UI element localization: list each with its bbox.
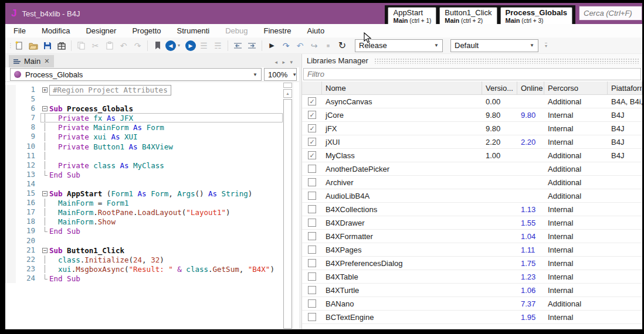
close-icon[interactable]: ✕ bbox=[44, 57, 49, 65]
collapse-icon[interactable]: − bbox=[42, 248, 48, 253]
checkbox-unchecked-icon[interactable] bbox=[308, 313, 316, 321]
library-row-AnotherDatePicker[interactable]: AnotherDatePickerAdditional bbox=[302, 162, 642, 176]
navigate-back-icon[interactable]: ◀ bbox=[165, 40, 176, 51]
breakpoint-margin[interactable] bbox=[5, 246, 16, 255]
breakpoint-margin[interactable] bbox=[5, 189, 16, 198]
breakpoint-margin[interactable] bbox=[5, 151, 16, 161]
code-line-6[interactable]: 6−Sub Process_Globals bbox=[5, 104, 283, 113]
tab-scroll-arrows[interactable]: ◂ ▸ ▾ bbox=[274, 59, 299, 67]
code-line-15[interactable]: 15−Sub AppStart (Form1 As Form, Args() A… bbox=[5, 189, 283, 198]
menu-debug[interactable]: Debug bbox=[225, 26, 248, 35]
build-profile-select[interactable]: Default ▼ bbox=[450, 39, 538, 52]
library-row-B4XTable[interactable]: B4XTable1.23Internal bbox=[302, 270, 642, 284]
code-line-18[interactable]: 18 MainForm.Show bbox=[5, 217, 283, 226]
breakpoint-margin[interactable] bbox=[5, 170, 16, 179]
code-line-12[interactable]: 12 Private class As MyClass bbox=[5, 161, 283, 170]
cut-icon[interactable]: ✂ bbox=[89, 39, 101, 52]
libraries-table-header[interactable]: NomeVersio...OnlinePercorsoPiattaforme bbox=[302, 81, 642, 95]
checkbox-unchecked-icon[interactable] bbox=[308, 299, 316, 308]
breakpoint-margin[interactable] bbox=[5, 179, 16, 189]
modules-icon[interactable] bbox=[55, 39, 67, 52]
breakpoint-margin[interactable] bbox=[5, 236, 16, 246]
code-line-7[interactable]: 7 Private fx As JFX bbox=[5, 113, 283, 122]
library-online-version[interactable]: 7.37 bbox=[517, 299, 544, 308]
tab-main[interactable]: Main ✕ bbox=[9, 55, 54, 67]
library-row-B4XDrawer[interactable]: B4XDrawer1.55Internal bbox=[302, 216, 642, 230]
breakpoint-margin[interactable] bbox=[5, 132, 16, 141]
save-icon[interactable] bbox=[41, 39, 53, 52]
library-row-B4XPages[interactable]: B4XPages1.11Internal bbox=[302, 243, 642, 257]
breakpoint-margin[interactable] bbox=[5, 142, 16, 151]
column-header-Percorso[interactable]: Percorso bbox=[544, 81, 608, 94]
menu-modifica[interactable]: Modifica bbox=[42, 26, 70, 35]
code-line-5[interactable]: 5 bbox=[5, 94, 283, 104]
code-line-22[interactable]: 22 class.Initialize(24, 32) bbox=[5, 255, 283, 264]
code-line-16[interactable]: 16 MainForm = Form1 bbox=[5, 198, 283, 207]
undo-icon[interactable]: ↶ bbox=[117, 39, 130, 52]
code-line-11[interactable]: 11 bbox=[5, 151, 283, 161]
checkbox-unchecked-icon[interactable] bbox=[308, 232, 316, 240]
library-row-B4XFormatter[interactable]: B4XFormatter1.04Internal bbox=[302, 230, 642, 243]
sub-selector[interactable]: Process_Globals ▼ bbox=[10, 68, 262, 81]
code-line-23[interactable]: 23 xui.MsgboxAsync("Result: " & class.Ge… bbox=[5, 264, 283, 274]
library-filter-input[interactable] bbox=[303, 68, 641, 80]
library-online-version[interactable]: 1.11 bbox=[517, 246, 544, 254]
collapse-icon[interactable]: − bbox=[42, 191, 48, 196]
checkbox-unchecked-icon[interactable] bbox=[308, 259, 316, 267]
column-header-Piattaforme[interactable]: Piattaforme bbox=[608, 81, 642, 94]
library-row-BANano[interactable]: BANano7.37Additional bbox=[302, 297, 642, 311]
scrollbar-split-grip[interactable] bbox=[283, 83, 292, 88]
library-row-jFX[interactable]: ✓jFX9.80InternalB4J bbox=[302, 122, 642, 135]
checkbox-unchecked-icon[interactable] bbox=[308, 246, 316, 254]
menu-designer[interactable]: Designer bbox=[86, 26, 116, 35]
code-line-20[interactable]: 20 bbox=[5, 236, 283, 246]
code-line-13[interactable]: 13End Sub bbox=[5, 170, 283, 179]
library-online-version[interactable]: 1.75 bbox=[517, 259, 544, 268]
rebuild-icon[interactable]: ↻ bbox=[336, 39, 348, 52]
stop-icon[interactable]: ■ bbox=[322, 39, 334, 52]
menu-file[interactable]: File bbox=[13, 26, 26, 35]
code-line-9[interactable]: 9 Private xui As XUI bbox=[5, 132, 283, 141]
navigate-forward-icon[interactable]: ▶ bbox=[185, 40, 196, 51]
library-row-jCore[interactable]: ✓jCore9.809.80InternalB4J bbox=[302, 108, 642, 122]
code-line-24[interactable]: 24End Sub bbox=[5, 274, 283, 283]
column-header-Versio...[interactable]: Versio... bbox=[482, 81, 517, 94]
step-into-icon[interactable]: ↶ bbox=[294, 39, 306, 52]
new-project-icon[interactable] bbox=[13, 39, 25, 52]
indent-icon[interactable] bbox=[246, 39, 258, 52]
checkbox-unchecked-icon[interactable] bbox=[308, 178, 316, 186]
step-out-icon[interactable]: ↪ bbox=[308, 39, 320, 52]
breakpoint-margin[interactable] bbox=[5, 113, 16, 122]
open-project-icon[interactable] bbox=[27, 39, 39, 52]
breakpoint-margin[interactable] bbox=[5, 264, 16, 274]
scrollbar-up-arrow[interactable]: ▲ bbox=[283, 89, 292, 98]
library-online-version[interactable]: 1.55 bbox=[517, 219, 544, 227]
comment-icon[interactable]: ☰ bbox=[198, 39, 210, 52]
fold-margin[interactable]: + bbox=[41, 86, 49, 94]
breakpoint-margin[interactable] bbox=[5, 226, 16, 236]
checkbox-unchecked-icon[interactable] bbox=[308, 219, 316, 227]
code-line-14[interactable]: 14 bbox=[5, 179, 283, 189]
uncomment-icon[interactable]: ☴ bbox=[212, 39, 224, 52]
fold-margin[interactable]: − bbox=[41, 189, 49, 197]
editor-vertical-scrollbar[interactable]: ▲ bbox=[283, 82, 293, 329]
breakpoint-margin[interactable] bbox=[5, 198, 16, 207]
breakpoint-margin[interactable] bbox=[5, 94, 16, 104]
fold-margin[interactable]: − bbox=[41, 246, 49, 254]
checkbox-checked-icon[interactable]: ✓ bbox=[308, 111, 316, 119]
library-online-version[interactable]: 1.95 bbox=[517, 313, 544, 322]
checkbox-unchecked-icon[interactable] bbox=[308, 205, 316, 213]
menu-aiuto[interactable]: Aiuto bbox=[307, 26, 324, 35]
redo-icon[interactable]: ↷ bbox=[131, 39, 144, 52]
search-input[interactable] bbox=[579, 6, 642, 21]
menu-progetto[interactable]: Progetto bbox=[132, 26, 161, 35]
library-row-AsyncCanvas[interactable]: ✓AsyncCanvas0.00AdditionalB4A, B4i, B4J bbox=[302, 95, 642, 108]
checkbox-unchecked-icon[interactable] bbox=[308, 286, 316, 294]
copy-icon[interactable] bbox=[75, 39, 87, 52]
library-row-B4XTurtle[interactable]: B4XTurtle1.06Internal bbox=[302, 284, 642, 297]
breakpoint-margin[interactable] bbox=[5, 104, 16, 113]
library-row-BCTextEngine[interactable]: BCTextEngine1.95Internal bbox=[302, 311, 642, 324]
breakpoint-margin[interactable] bbox=[5, 85, 16, 94]
checkbox-unchecked-icon[interactable] bbox=[308, 192, 316, 200]
back-history-dropdown-icon[interactable]: ▾ bbox=[178, 43, 184, 48]
